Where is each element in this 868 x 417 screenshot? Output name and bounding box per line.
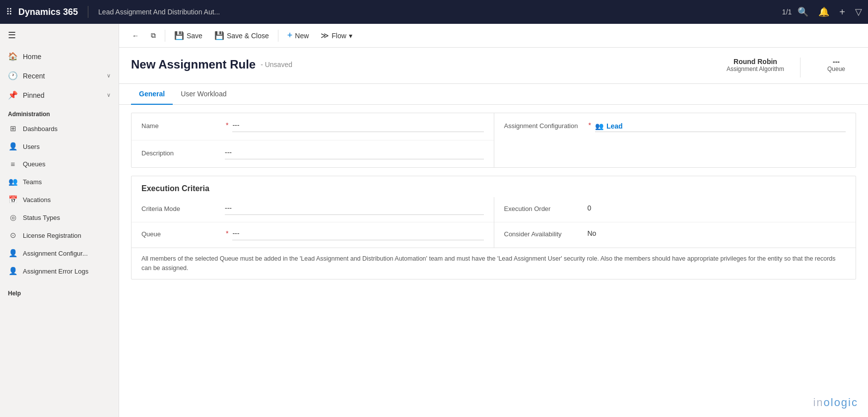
name-label: Name: [141, 121, 221, 130]
sidebar-hamburger[interactable]: ☰: [0, 24, 119, 47]
save-icon: 💾: [174, 31, 184, 40]
execution-note: All members of the selected Queue must b…: [132, 248, 856, 279]
save-close-button[interactable]: 💾 Save & Close: [209, 28, 274, 43]
sidebar-item-users[interactable]: 👤 Users: [0, 138, 119, 155]
sidebar-item-assignment-config[interactable]: 👤 Assignment Configur...: [0, 244, 119, 262]
page-title-area: New Assignment Rule - Unsaved: [131, 58, 292, 71]
sidebar-item-queues[interactable]: ≡ Queues: [0, 155, 119, 173]
form-left-col: Name * --- Description ---: [132, 113, 494, 167]
new-label: New: [295, 32, 309, 40]
form-right-col: Assignment Configuration * 👥 Lead: [494, 113, 856, 167]
meta-divider: [800, 58, 801, 77]
assignment-errors-icon: 👤: [8, 267, 18, 276]
sidebar-item-teams[interactable]: 👥 Teams: [0, 173, 119, 191]
notification-icon[interactable]: 🔔: [818, 6, 829, 17]
sidebar-item-label: Home: [23, 53, 111, 61]
tab-user-workload[interactable]: User Workload: [173, 84, 234, 105]
general-form-section: Name * --- Description --- Assignment Co…: [131, 113, 856, 168]
meta-algorithm: Round Robin Assignment Algorithm: [727, 58, 784, 72]
brand-name: Dynamics 365: [18, 7, 78, 17]
sidebar-item-pinned[interactable]: 📌 Pinned ∨: [0, 85, 119, 105]
topbar: ⠿ Dynamics 365 Lead Assignment And Distr…: [0, 0, 868, 24]
save-close-icon: 💾: [214, 31, 224, 40]
grid-icon[interactable]: ⠿: [6, 6, 12, 17]
filter-icon[interactable]: ▽: [855, 6, 862, 17]
copy-button[interactable]: ⧉: [146, 28, 161, 43]
admin-section-label: Administration: [0, 105, 119, 120]
consider-availability-field: Consider Availability No: [494, 222, 856, 248]
meta-queue-value: ---: [833, 58, 840, 66]
sidebar-item-label: Dashboards: [23, 125, 58, 133]
main-content: ← ⧉ 💾 Save 💾 Save & Close + New ≫ Flow: [119, 24, 868, 417]
criteria-mode-value[interactable]: ---: [225, 204, 484, 215]
new-button[interactable]: + New: [282, 27, 314, 44]
new-icon: +: [287, 30, 293, 41]
status-types-icon: ◎: [8, 213, 18, 222]
back-button[interactable]: ←: [127, 29, 144, 43]
flow-chevron-icon: ▾: [349, 32, 352, 40]
page-header: New Assignment Rule - Unsaved Round Robi…: [119, 48, 868, 84]
sidebar-item-recent[interactable]: 🕐 Recent ∨: [0, 66, 119, 85]
assignment-config-field: Assignment Configuration * 👥 Lead: [494, 113, 856, 140]
assignment-config-label: Assignment Configuration: [504, 121, 584, 130]
topbar-title: Lead Assignment And Distribution Aut...: [98, 8, 776, 16]
meta-queue-label: Queue: [827, 66, 845, 72]
page-title: New Assignment Rule: [131, 58, 256, 71]
recent-icon: 🕐: [8, 71, 18, 80]
pin-icon: 📌: [8, 90, 18, 100]
queue-value[interactable]: ---: [232, 229, 483, 240]
assignment-config-required-marker: *: [589, 121, 591, 129]
exec-left-col: Criteria Mode --- Queue * ---: [132, 197, 494, 248]
sidebar-item-status-types[interactable]: ◎ Status Types: [0, 208, 119, 226]
users-icon: 👤: [8, 142, 18, 151]
general-form-grid: Name * --- Description --- Assignment Co…: [132, 113, 856, 167]
dashboards-icon: ⊞: [8, 124, 18, 133]
queues-icon: ≡: [8, 160, 18, 168]
execution-order-value[interactable]: 0: [588, 204, 846, 215]
topbar-divider: [88, 6, 88, 18]
sidebar-item-assignment-errors[interactable]: 👤 Assignment Error Logs: [0, 262, 119, 280]
sidebar-item-label: Vacations: [23, 196, 51, 204]
save-button[interactable]: 💾 Save: [169, 28, 207, 43]
exec-right-col: Execution Order 0 Consider Availability …: [494, 197, 856, 248]
execution-criteria-title: Execution Criteria: [132, 176, 856, 197]
assignment-config-icon: 👤: [8, 249, 18, 258]
chevron-down-icon: ∨: [107, 72, 111, 79]
execution-order-field: Execution Order 0: [494, 197, 856, 222]
back-icon: ←: [132, 32, 139, 40]
name-field: Name * ---: [132, 113, 494, 140]
sidebar-item-vacations[interactable]: 📅 Vacations: [0, 191, 119, 208]
queue-label: Queue: [141, 229, 221, 238]
name-required-marker: *: [226, 121, 228, 129]
add-icon[interactable]: +: [839, 6, 845, 18]
sidebar-item-home[interactable]: 🏠 Home: [0, 47, 119, 66]
criteria-mode-label: Criteria Mode: [141, 204, 221, 212]
help-section-label: Help: [0, 284, 119, 299]
search-icon[interactable]: 🔍: [798, 6, 808, 17]
flow-button[interactable]: ≫ Flow ▾: [316, 28, 357, 43]
meta-queue: --- Queue: [816, 58, 856, 72]
form-content: Name * --- Description --- Assignment Co…: [119, 105, 868, 287]
home-icon: 🏠: [8, 52, 18, 61]
assignment-config-icon: 👥: [595, 122, 603, 130]
description-label: Description: [141, 148, 221, 157]
flow-label: Flow: [332, 32, 346, 40]
topbar-actions: 🔍 🔔 + ▽: [798, 6, 862, 18]
sidebar-item-label: Users: [23, 143, 40, 150]
sidebar-item-label: Teams: [23, 178, 42, 186]
description-field: Description ---: [132, 140, 494, 167]
sidebar-item-dashboards[interactable]: ⊞ Dashboards: [0, 120, 119, 138]
sidebar-item-label: Status Types: [23, 214, 60, 221]
sidebar-item-label: Recent: [23, 72, 102, 80]
name-value[interactable]: ---: [232, 121, 483, 132]
tabs: General User Workload: [119, 84, 868, 105]
meta-algorithm-value: Round Robin: [734, 58, 777, 66]
criteria-mode-field: Criteria Mode ---: [132, 197, 494, 222]
execution-criteria-section: Execution Criteria Criteria Mode --- Que…: [131, 176, 856, 279]
consider-availability-value[interactable]: No: [588, 229, 846, 240]
assignment-config-value[interactable]: 👥 Lead: [595, 121, 846, 132]
description-value[interactable]: ---: [225, 148, 484, 159]
tab-general[interactable]: General: [131, 84, 173, 105]
sidebar-item-license-reg[interactable]: ⊙ License Registration: [0, 226, 119, 244]
meta-algorithm-label: Assignment Algorithm: [727, 66, 784, 72]
